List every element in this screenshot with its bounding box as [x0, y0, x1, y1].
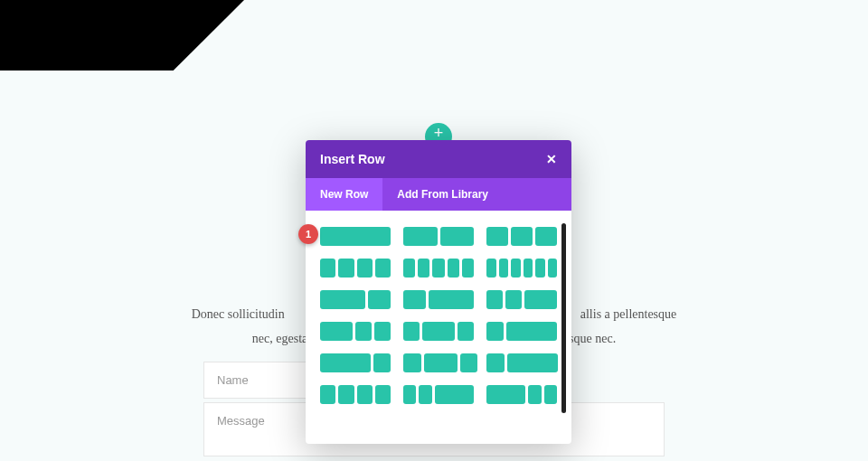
layout-column: [448, 259, 459, 278]
layout-option-16[interactable]: [320, 385, 391, 404]
modal-tabs: New Row Add From Library: [306, 178, 571, 211]
layout-column: [506, 322, 557, 341]
name-placeholder: Name: [217, 373, 249, 387]
layout-column: [422, 322, 455, 341]
close-icon[interactable]: ✕: [546, 153, 557, 165]
layout-column: [435, 385, 474, 404]
layout-column: [524, 290, 557, 309]
desc-part-2: allis a pellentesque: [580, 307, 677, 321]
layout-column: [403, 227, 438, 246]
layout-column: [403, 259, 415, 278]
layout-column: [429, 290, 474, 309]
layout-column: [357, 259, 373, 278]
layout-column: [418, 259, 429, 278]
layout-column: [511, 259, 521, 278]
row-layouts-grid: [320, 227, 557, 404]
layout-column: [419, 385, 431, 404]
layout-column: [528, 385, 541, 404]
layout-option-6[interactable]: [486, 259, 557, 278]
layout-column: [544, 385, 557, 404]
modal-header: Insert Row ✕: [306, 140, 571, 178]
layout-column: [403, 385, 416, 404]
layout-column: [535, 259, 545, 278]
layout-column: [440, 227, 475, 246]
layout-column: [338, 259, 354, 278]
layout-column: [403, 353, 421, 372]
layout-column: [375, 259, 391, 278]
message-placeholder: Message: [217, 414, 265, 428]
layout-option-11[interactable]: [403, 322, 474, 341]
layout-column: [403, 322, 420, 341]
modal-title: Insert Row: [320, 152, 385, 166]
layout-option-4[interactable]: [320, 259, 391, 278]
layout-column: [462, 259, 474, 278]
layout-option-3[interactable]: [486, 227, 557, 246]
layout-option-8[interactable]: [403, 290, 474, 309]
layout-column: [524, 259, 533, 278]
layout-column: [355, 322, 372, 341]
layout-column: [511, 227, 533, 246]
layout-column: [486, 227, 508, 246]
layout-column: [505, 290, 522, 309]
layout-column: [320, 353, 371, 372]
layout-column: [338, 385, 354, 404]
layout-column: [320, 290, 365, 309]
layout-column: [424, 353, 458, 372]
tab-new-row[interactable]: New Row: [306, 178, 382, 211]
layout-option-7[interactable]: [320, 290, 391, 309]
layout-option-9[interactable]: [486, 290, 557, 309]
annotation-badge-1: 1: [298, 224, 318, 244]
layout-option-1[interactable]: [320, 227, 391, 246]
layout-option-18[interactable]: [486, 385, 557, 404]
layout-column: [320, 259, 335, 278]
desc-part-3: nec, egestas: [252, 332, 313, 345]
layout-column: [320, 227, 391, 246]
modal-body: [306, 211, 571, 444]
layout-option-17[interactable]: [403, 385, 474, 404]
badge-label: 1: [306, 229, 311, 240]
layout-column: [373, 353, 391, 372]
layout-column: [357, 385, 373, 404]
layout-column: [368, 290, 391, 309]
layout-column: [375, 385, 391, 404]
layout-column: [374, 322, 391, 341]
desc-part-1: Donec sollicitudin: [192, 307, 285, 321]
layout-column: [486, 322, 504, 341]
layout-option-5[interactable]: [403, 259, 474, 278]
scrollbar[interactable]: [561, 223, 566, 413]
layout-column: [486, 259, 496, 278]
layout-column: [403, 290, 426, 309]
layout-column: [486, 385, 525, 404]
layout-column: [535, 227, 557, 246]
layout-option-15[interactable]: [486, 353, 557, 372]
layout-column: [486, 353, 505, 372]
layout-column: [320, 322, 353, 341]
layout-option-13[interactable]: [320, 353, 391, 372]
layout-column: [432, 259, 444, 278]
layout-column: [499, 259, 509, 278]
layout-column: [507, 353, 558, 372]
layout-option-2[interactable]: [403, 227, 474, 246]
layout-option-14[interactable]: [403, 353, 474, 372]
tab-add-from-library[interactable]: Add From Library: [382, 178, 503, 211]
layout-column: [460, 353, 478, 372]
layout-option-12[interactable]: [486, 322, 557, 341]
insert-row-modal: Insert Row ✕ New Row Add From Library: [306, 140, 571, 444]
layout-column: [458, 322, 474, 341]
layout-option-10[interactable]: [320, 322, 391, 341]
header-decor-shape: [0, 0, 244, 71]
layout-column: [548, 259, 558, 278]
layout-column: [486, 290, 503, 309]
layout-column: [320, 385, 335, 404]
